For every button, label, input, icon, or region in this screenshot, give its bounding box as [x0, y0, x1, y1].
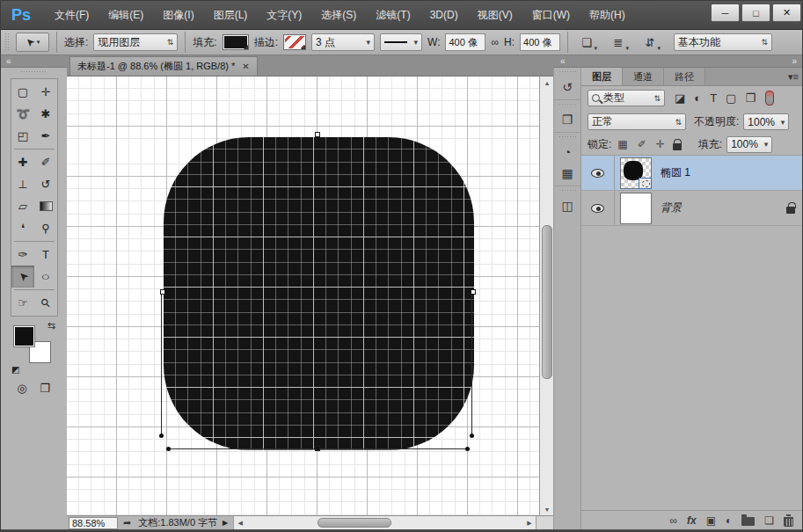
- vertical-scrollbar[interactable]: ▲ ▼: [539, 77, 553, 515]
- panel-menu-icon[interactable]: ▾≡: [788, 71, 799, 83]
- current-tool-button[interactable]: ➤ ▾: [16, 33, 49, 52]
- panel-group-grip[interactable]: [558, 70, 576, 75]
- history-panel-button[interactable]: ↺: [554, 77, 580, 98]
- filter-smart-objects-icon[interactable]: ❐: [743, 91, 757, 105]
- eraser-tool[interactable]: ▱: [11, 195, 34, 217]
- marquee-tool[interactable]: ▢: [11, 81, 34, 103]
- close-tab-icon[interactable]: ✕: [242, 62, 249, 71]
- tab-图层[interactable]: 图层: [581, 68, 623, 85]
- menu-item[interactable]: 帮助(H): [580, 1, 635, 30]
- panel-group-grip[interactable]: [558, 189, 576, 193]
- magic-wand-tool[interactable]: ✱: [34, 103, 57, 125]
- brush-tool[interactable]: ✐: [34, 151, 57, 173]
- menu-item[interactable]: 图层(L): [204, 1, 258, 30]
- control-handle-dot[interactable]: [159, 434, 164, 438]
- path-anchor-left[interactable]: [160, 289, 165, 295]
- menu-item[interactable]: 滤镜(T): [366, 1, 420, 30]
- menu-item[interactable]: 3D(D): [420, 1, 468, 30]
- horizontal-scrollbar[interactable]: ◀ ▶: [233, 516, 536, 530]
- shape-width-input[interactable]: 400 像: [445, 33, 485, 51]
- path-anchor-right[interactable]: [471, 289, 476, 295]
- default-colors-icon[interactable]: ◩: [11, 365, 19, 375]
- path-select-tool[interactable]: ➤: [11, 266, 34, 288]
- control-handle-dot[interactable]: [166, 447, 171, 451]
- foreground-color-swatch[interactable]: [13, 325, 35, 347]
- link-dimensions-icon[interactable]: ∞: [491, 36, 499, 48]
- lock-pixels-icon[interactable]: ✐: [636, 138, 648, 150]
- control-handle-dot[interactable]: [470, 434, 474, 438]
- clone-stamp-tool[interactable]: ⊥: [11, 173, 34, 195]
- scroll-down-icon[interactable]: ▼: [540, 503, 554, 515]
- select-mode-dropdown[interactable]: 现用图层 ⇅: [93, 33, 178, 51]
- layer-row[interactable]: 背景: [581, 191, 803, 226]
- filter-adjustment-layers-icon[interactable]: ◐: [692, 91, 703, 105]
- scroll-up-icon[interactable]: ▲: [540, 77, 554, 89]
- status-options-icon[interactable]: ▶: [223, 519, 228, 527]
- properties-panel-button[interactable]: ❐: [554, 109, 580, 130]
- menu-item[interactable]: 文件(F): [45, 1, 99, 30]
- hand-tool[interactable]: ☞: [11, 292, 34, 314]
- horizontal-scroll-thumb[interactable]: [318, 518, 391, 528]
- control-handle-dot[interactable]: [465, 447, 470, 451]
- path-anchor-bottom[interactable]: [315, 446, 320, 451]
- canvas[interactable]: [67, 77, 539, 515]
- close-button[interactable]: ✕: [772, 4, 801, 22]
- layer-thumbnail[interactable]: [620, 157, 652, 189]
- delete-layer-button[interactable]: [784, 514, 793, 527]
- ellipse-shape[interactable]: [164, 137, 474, 450]
- filter-shape-layers-icon[interactable]: ▢: [724, 91, 738, 105]
- eyedropper-tool[interactable]: ✒: [34, 125, 57, 147]
- opacity-input[interactable]: 100% ▾: [743, 113, 789, 130]
- path-operations-button[interactable]: ❏▾: [575, 33, 598, 52]
- stroke-type-dropdown[interactable]: ▾: [380, 33, 422, 51]
- lasso-tool[interactable]: ➰: [11, 103, 34, 125]
- tab-通道[interactable]: 通道: [623, 68, 664, 85]
- fill-amount-input[interactable]: 100% ▾: [726, 136, 772, 153]
- crop-tool[interactable]: ◰: [11, 125, 34, 147]
- healing-brush-tool[interactable]: ✚: [11, 151, 34, 173]
- toolbar-grip[interactable]: [20, 70, 47, 75]
- path-arrange-button[interactable]: ⇵▾: [639, 33, 661, 52]
- stroke-width-dropdown[interactable]: 3 点 ▾: [311, 33, 375, 51]
- ellipse-tool[interactable]: ○: [34, 266, 57, 288]
- path-anchor-top[interactable]: [315, 132, 320, 137]
- styles-3d-panel-button[interactable]: ◫: [554, 195, 580, 216]
- filter-type-layers-icon[interactable]: T: [708, 91, 719, 105]
- type-tool[interactable]: T: [34, 244, 57, 266]
- tab-路径[interactable]: 路径: [664, 68, 705, 85]
- pen-tool[interactable]: ✑: [11, 244, 34, 266]
- options-bar-grip[interactable]: [4, 33, 11, 52]
- menu-item[interactable]: 图像(I): [153, 1, 203, 30]
- panel-group-grip[interactable]: [558, 103, 576, 107]
- quick-mask-button[interactable]: ◎: [11, 377, 33, 399]
- layer-style-button[interactable]: fx: [687, 514, 697, 527]
- path-alignment-button[interactable]: ≣▾: [607, 33, 630, 52]
- menu-item[interactable]: 文字(Y): [257, 1, 311, 30]
- adjustment-layer-button[interactable]: ◐: [726, 514, 732, 527]
- shape-height-input[interactable]: 400 像: [520, 33, 560, 51]
- link-layers-button[interactable]: ∞: [669, 514, 677, 527]
- lock-transparency-icon[interactable]: ▦: [616, 138, 629, 150]
- export-icon[interactable]: ➦: [123, 517, 131, 528]
- screen-mode-button[interactable]: ❐: [33, 377, 56, 399]
- move-tool[interactable]: ✛: [34, 81, 57, 103]
- add-mask-button[interactable]: ▣: [706, 514, 716, 527]
- menu-item[interactable]: 视图(V): [468, 1, 522, 30]
- layer-thumbnail[interactable]: [620, 193, 652, 224]
- panel-group-grip[interactable]: [558, 135, 576, 140]
- scroll-right-icon[interactable]: ▶: [523, 516, 536, 530]
- filter-toggle-switch[interactable]: [765, 91, 774, 106]
- minimize-button[interactable]: ─: [711, 4, 740, 22]
- history-brush-tool[interactable]: ↺: [34, 173, 57, 195]
- workspace-dropdown[interactable]: 基本功能 ⇅: [674, 33, 772, 51]
- lock-all-icon[interactable]: [673, 143, 682, 150]
- stroke-swatch[interactable]: [283, 34, 306, 50]
- filter-type-dropdown[interactable]: 类型 ⇅: [588, 90, 665, 106]
- scroll-left-icon[interactable]: ◀: [234, 516, 246, 530]
- layer-row[interactable]: 椭圆 1: [581, 156, 803, 191]
- swap-colors-icon[interactable]: ⇆: [47, 320, 55, 332]
- menu-item[interactable]: 窗口(W): [522, 1, 580, 30]
- new-group-button[interactable]: [741, 514, 755, 526]
- toolbar-collapse-bar[interactable]: «: [1, 55, 67, 68]
- blur-tool[interactable]: ❛: [11, 217, 34, 239]
